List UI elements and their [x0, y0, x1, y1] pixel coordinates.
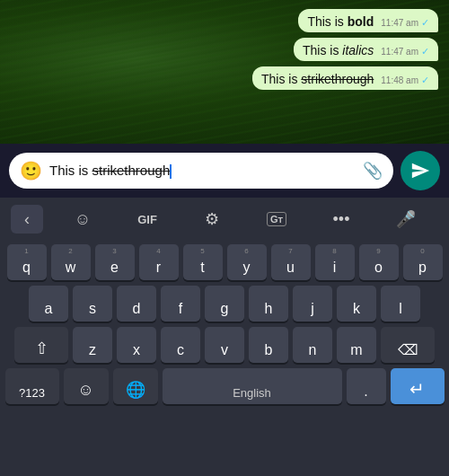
message-bubble: This is bold 11:47 am ✓: [298, 9, 438, 32]
key-o[interactable]: 9o: [359, 244, 399, 280]
key-x[interactable]: x: [117, 327, 156, 363]
more-button[interactable]: •••: [309, 207, 374, 233]
key-row-2: a s d f g h j k l: [4, 286, 445, 322]
settings-button[interactable]: ⚙: [180, 206, 244, 233]
message-text: This is bold: [307, 14, 374, 29]
send-button[interactable]: [401, 151, 440, 190]
message-input[interactable]: This is strikethrough: [49, 163, 356, 179]
space-key[interactable]: English: [163, 368, 342, 404]
mic-icon: 🎤: [396, 209, 416, 229]
translate-button[interactable]: GT: [244, 208, 309, 230]
message-text: This is italics: [303, 43, 374, 57]
emoji-button[interactable]: 🙂: [20, 160, 42, 181]
key-f[interactable]: f: [161, 286, 200, 322]
key-z[interactable]: z: [73, 327, 112, 363]
key-w[interactable]: 2w: [51, 244, 91, 280]
text-cursor: [170, 164, 172, 179]
message-text: This is strikethrough: [261, 72, 374, 86]
key-q[interactable]: 1q: [7, 244, 47, 280]
settings-icon: ⚙: [205, 209, 219, 229]
globe-key[interactable]: 🌐: [113, 368, 158, 404]
key-a[interactable]: a: [29, 286, 68, 322]
translate-icon: GT: [267, 212, 286, 226]
chat-area: This is bold 11:47 am ✓ This is italics …: [0, 0, 449, 144]
key-n[interactable]: n: [293, 327, 332, 363]
key-i[interactable]: 8i: [315, 244, 355, 280]
key-k[interactable]: k: [337, 286, 376, 322]
emoji-key[interactable]: ☺: [64, 368, 109, 404]
key-t[interactable]: 5t: [183, 244, 223, 280]
key-c[interactable]: c: [161, 327, 200, 363]
period-key[interactable]: .: [347, 368, 386, 404]
key-row-3: ⇧ z x c v b n m ⌫: [4, 327, 445, 363]
more-icon: •••: [333, 210, 350, 229]
key-l[interactable]: l: [381, 286, 420, 322]
bottom-row: ?123 ☺ 🌐 English . ↵: [4, 368, 445, 408]
check-icon: ✓: [421, 46, 429, 57]
key-p[interactable]: 0p: [403, 244, 443, 280]
key-v[interactable]: v: [205, 327, 244, 363]
message-bubble: This is strikethrough 11:48 am ✓: [252, 66, 438, 90]
message-time: 11:47 am: [381, 18, 418, 28]
attachment-button[interactable]: 📎: [363, 161, 383, 181]
sticker-icon: ☺: [75, 210, 91, 229]
input-bar: 🙂 This is strikethrough 📎: [0, 144, 449, 198]
key-g[interactable]: g: [205, 286, 244, 322]
messages-container: This is bold 11:47 am ✓ This is italics …: [252, 9, 438, 90]
key-j[interactable]: j: [293, 286, 332, 322]
message-time: 11:48 am: [381, 75, 418, 85]
check-icon: ✓: [421, 75, 429, 86]
key-y[interactable]: 6y: [227, 244, 267, 280]
message-meta: 11:47 am ✓: [381, 46, 429, 57]
send-icon: [410, 161, 430, 181]
mic-toolbar-button[interactable]: 🎤: [374, 206, 438, 233]
key-h[interactable]: h: [249, 286, 288, 322]
message-meta: 11:47 am ✓: [381, 17, 429, 29]
gif-button[interactable]: GIF: [115, 209, 180, 230]
key-m[interactable]: m: [337, 327, 376, 363]
backspace-key[interactable]: ⌫: [381, 327, 435, 363]
key-s[interactable]: s: [73, 286, 112, 322]
num-switch-key[interactable]: ?123: [5, 368, 59, 404]
input-wrapper[interactable]: 🙂 This is strikethrough 📎: [9, 153, 393, 189]
key-e[interactable]: 3e: [95, 244, 135, 280]
key-row-1: 1q 2w 3e 4r 5t 6y 7u 8i 9o 0p: [4, 244, 445, 280]
sticker-button[interactable]: ☺: [50, 207, 115, 233]
key-u[interactable]: 7u: [271, 244, 311, 280]
gif-label: GIF: [137, 213, 157, 226]
message-time: 11:47 am: [381, 47, 418, 57]
key-d[interactable]: d: [117, 286, 156, 322]
keyboard-back-button[interactable]: ‹: [11, 205, 43, 234]
keyboard-toolbar: ‹ ☺ GIF ⚙ GT ••• 🎤: [0, 198, 449, 241]
key-b[interactable]: b: [249, 327, 288, 363]
enter-key[interactable]: ↵: [391, 368, 445, 404]
key-r[interactable]: 4r: [139, 244, 179, 280]
message-meta: 11:48 am ✓: [381, 75, 429, 86]
shift-key[interactable]: ⇧: [14, 327, 68, 363]
message-bubble: This is italics 11:47 am ✓: [294, 38, 438, 61]
back-chevron-icon: ‹: [24, 210, 30, 229]
check-icon: ✓: [421, 17, 429, 29]
keyboard: 1q 2w 3e 4r 5t 6y 7u 8i 9o 0p a s d f g …: [0, 241, 449, 476]
